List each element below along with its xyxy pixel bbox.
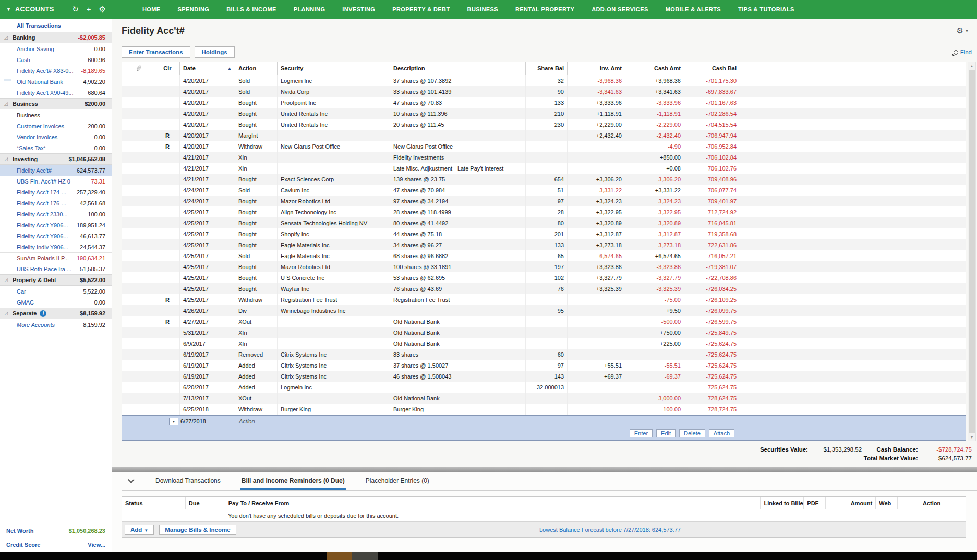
scroll-up-icon[interactable]: ▲ (968, 62, 975, 69)
register-row[interactable]: 4/21/2017XInFidelity Investments+850.00-… (122, 152, 966, 163)
credit-score-row[interactable]: Credit Score View... (0, 538, 112, 552)
register-row[interactable]: 4/20/2017BoughtUnited Rentals Inc20 shar… (122, 119, 966, 130)
refresh-icon[interactable]: ↻ (72, 5, 79, 14)
sidebar-item-business[interactable]: Business (0, 109, 112, 120)
os-taskbar[interactable] (0, 552, 977, 560)
delete-button[interactable]: Delete (679, 429, 705, 437)
section-header-separate[interactable]: ◿Separatei$8,159.92 (0, 308, 112, 319)
nav-item-tips-tutorials[interactable]: TIPS & TUTORIALS (738, 6, 794, 13)
inv-amt-column-header[interactable]: Inv. Amt (567, 62, 625, 75)
date-column-header[interactable]: Date ▲ (179, 62, 235, 75)
nav-item-planning[interactable]: PLANNING (294, 6, 325, 13)
register-row[interactable]: 6/20/2017AddedLogmein Inc32.000013-725,6… (122, 382, 966, 393)
register-scrollbar[interactable]: ▲ ▼ (968, 62, 976, 441)
sidebar-item-fidelity-acc-t-174[interactable]: Fidelity Acc't 174-...257,329.40 (0, 187, 112, 198)
section-header-property-debt[interactable]: ◿Property & Debt$5,522.00 (0, 274, 112, 286)
nav-item-rental-property[interactable]: RENTAL PROPERTY (515, 6, 574, 13)
register-row[interactable]: R4/20/2017MargInt+2,432.40-2,432.40-706,… (122, 130, 966, 141)
attachment-column-header[interactable] (122, 62, 155, 75)
sidebar-item-fidelity-acc-t-2330[interactable]: Fidelity Acc't 2330...100.00 (0, 209, 112, 220)
cash-amt-column-header[interactable]: Cash Amt (625, 62, 684, 75)
tab-download-transactions[interactable]: Download Transactions (154, 472, 222, 490)
lowest-balance-forecast-link[interactable]: Lowest Balance Forecast before 7/27/2018… (539, 527, 681, 533)
sidebar-item-customer-invoices[interactable]: Customer Invoices200.00 (0, 120, 112, 131)
collapse-panel-icon[interactable] (128, 477, 135, 483)
nav-item-home[interactable]: HOME (142, 6, 161, 13)
add-reminder-button[interactable]: Add▼ (125, 525, 154, 535)
info-icon[interactable]: i (40, 310, 46, 317)
holdings-button[interactable]: Holdings (195, 46, 235, 58)
register-row[interactable]: 4/26/2017DivWinnebago Industries Inc95+9… (122, 305, 966, 316)
taskbar-app-icon[interactable] (352, 552, 378, 560)
sidebar-item-more-accounts[interactable]: More Accounts8,159.92 (0, 319, 112, 330)
register-row[interactable]: 6/19/2017RemovedCitrix Systems Inc83 sha… (122, 349, 966, 360)
nav-item-bills-income[interactable]: BILLS & INCOME (226, 6, 276, 13)
register-row[interactable]: 4/21/2017BoughtExact Sciences Corp139 sh… (122, 174, 966, 185)
enter-button[interactable]: Enter (630, 429, 653, 437)
register-row[interactable]: 4/20/2017BoughtProofpoint Inc47 shares @… (122, 97, 966, 108)
register-row[interactable]: 4/25/2017BoughtU S Concrete Inc53 shares… (122, 272, 966, 283)
sidebar-item-fidelity-acc-t-y906[interactable]: Fidelity Acc't Y906...46,613.77 (0, 230, 112, 241)
register-row[interactable]: 4/25/2017BoughtAlign Techonology Inc28 s… (122, 206, 966, 217)
net-worth-row[interactable]: Net Worth $1,050,268.23 (0, 524, 112, 538)
sidebar-item-fidelity-acc-t-x90-49[interactable]: Fidelity Acc't X90-49...680.64 (0, 87, 112, 98)
attach-button[interactable]: Attach (709, 429, 734, 437)
section-header-banking[interactable]: ◿Banking-$2,005.85 (0, 32, 112, 43)
register-row[interactable]: 4/25/2017BoughtSensata Technologies Hold… (122, 217, 966, 228)
register-row[interactable]: 4/20/2017SoldNvida Corp33 shares @ 101.4… (122, 86, 966, 97)
sidebar-item-fidelity-acc-t-x83-0[interactable]: Fidelity Acc't# X83-0...-8,189.65 (0, 65, 112, 76)
sidebar-item-ubs-fin-acc-t-hz-0[interactable]: UBS Fin. Acc't# HZ 0-73.31 (0, 176, 112, 187)
sidebar-item-fidelity-acc-t-176[interactable]: Fidelity Acc't 176-...42,561.68 (0, 198, 112, 209)
tab-placeholder-entries-0[interactable]: Placeholder Entries (0) (365, 472, 430, 490)
sidebar-item-sunam-polaris-ii-p[interactable]: SunAm Polaris II P...-190,634.21 (0, 252, 112, 263)
sidebar-item-vendor-invoices[interactable]: Vendor Invoices0.00 (0, 131, 112, 142)
register-row[interactable]: 4/25/2017BoughtShopify Inc44 shares @ 75… (122, 228, 966, 239)
share-bal-column-header[interactable]: Share Bal (525, 62, 567, 75)
tab-bill-and-income-reminders-0-due[interactable]: Bill and Income Reminders (0 Due) (240, 472, 346, 490)
sidebar-item-gmac[interactable]: GMAC0.00 (0, 297, 112, 308)
register-row[interactable]: 4/25/2017BoughtEagle Materials Inc34 sha… (122, 239, 966, 250)
nav-item-business[interactable]: BUSINESS (467, 6, 498, 13)
accounts-collapse-icon[interactable]: ▼ (6, 7, 11, 12)
register-row[interactable]: 6/9/2017XInOld National Bank+225.00-725,… (122, 338, 966, 349)
register-row[interactable]: 6/19/2017AddedCitrix Systems Inc46 share… (122, 371, 966, 382)
new-transaction-row[interactable]: ▼ 6/27/2018 Action (122, 415, 966, 427)
sidebar-item-sales-tax[interactable]: *Sales Tax*0.00 (0, 142, 112, 153)
sidebar-item-anchor-saving[interactable]: Anchor Saving0.00 (0, 43, 112, 54)
register-row[interactable]: 6/19/2017AddedCitrix Systems Inc37 share… (122, 360, 966, 371)
taskbar-app-icon[interactable] (327, 552, 352, 560)
register-row[interactable]: 7/13/2017XOutOld National Bank-3,000.00-… (122, 393, 966, 404)
register-row[interactable]: 5/31/2017XInOld National Bank+750.00-725… (122, 327, 966, 338)
register-row[interactable]: 6/25/2018WithdrawBurger KingBurger King-… (122, 404, 966, 415)
register-row[interactable]: 4/21/2017XInLate Misc. Adjkustment - Lat… (122, 163, 966, 174)
section-header-business[interactable]: ◿Business$200.00 (0, 98, 112, 109)
register-row[interactable]: R4/27/2017XOutOld National Bank-500.00-7… (122, 316, 966, 327)
enter-transactions-button[interactable]: Enter Transactions (122, 46, 190, 58)
register-row[interactable]: 4/20/2017SoldLogmein Inc37 shares @ 107.… (122, 75, 966, 86)
sidebar-item-fidelity-acc-t[interactable]: Fidelity Acc't#624,573.77 (0, 165, 112, 176)
sidebar-item-cash[interactable]: Cash600.96 (0, 54, 112, 65)
clr-column-header[interactable]: Clr (155, 62, 179, 75)
register-row[interactable]: 4/25/2017BoughtMazor Robotics Ltd100 sha… (122, 261, 966, 272)
nav-item-investing[interactable]: INVESTING (342, 6, 375, 13)
description-column-header[interactable]: Description (390, 62, 525, 75)
register-row[interactable]: R4/20/2017WithdrawNew Glarus Post Office… (122, 141, 966, 152)
entry-date-field[interactable]: 6/27/2018 (180, 418, 206, 424)
manage-bills-income-button[interactable]: Manage Bills & Income (159, 525, 236, 535)
entry-dropdown-button[interactable]: ▼ (169, 418, 178, 425)
nav-item-property-debt[interactable]: PROPERTY & DEBT (392, 6, 450, 13)
accounts-gear-icon[interactable]: ⚙ (99, 5, 106, 14)
sidebar-item-old-national-bank[interactable]: Old National Bank4,902.20 (0, 76, 112, 87)
cash-bal-column-header[interactable]: Cash Bal (684, 62, 740, 75)
entry-action-field[interactable]: Action (239, 418, 255, 424)
credit-score-view-link[interactable]: View... (88, 542, 105, 548)
register-row[interactable]: R4/25/2017WithdrawRegistration Fee Trust… (122, 294, 966, 305)
security-column-header[interactable]: Security (277, 62, 390, 75)
find-control[interactable]: Find (954, 49, 972, 55)
sidebar-item-ubs-roth-pace-ira[interactable]: UBS Roth Pace Ira ...51,585.37 (0, 263, 112, 274)
register-row[interactable]: 4/25/2017SoldEagle Materials Inc68 share… (122, 250, 966, 261)
nav-item-add-on-services[interactable]: ADD-ON SERVICES (592, 6, 648, 13)
register-row[interactable]: 4/25/2017BoughtWayfair Inc76 shares @ 43… (122, 283, 966, 294)
register-row[interactable]: 4/20/2017BoughtUnited Rentals Inc10 shar… (122, 108, 966, 119)
scroll-down-icon[interactable]: ▼ (968, 433, 975, 441)
